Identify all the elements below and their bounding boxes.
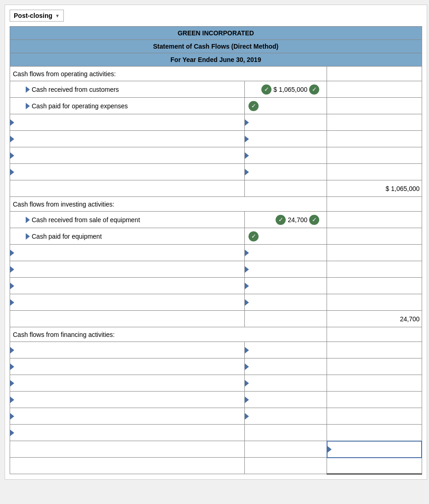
investing-row-1-value[interactable]: ✓ 24,700 ✓ xyxy=(245,212,327,228)
arrow-icon xyxy=(245,152,249,159)
chevron-down-icon: ▼ xyxy=(55,13,60,18)
toolbar: Post-closing ▼ xyxy=(10,10,422,22)
investing-section-header: Cash flows from investing activities: xyxy=(10,197,422,212)
period: For Year Ended June 30, 2019 xyxy=(10,53,422,67)
statement-table: GREEN INCORPORATED Statement of Cash Flo… xyxy=(10,26,422,475)
operating-total-row: $ 1,065,000 xyxy=(10,180,422,197)
investing-row-1-label: Cash received from sale of equipment xyxy=(10,212,245,228)
arrow-icon xyxy=(10,266,14,273)
arrow-icon xyxy=(10,364,14,370)
operating-row-2: Cash paid for operating expenses ✓ xyxy=(10,98,422,114)
arrow-icon xyxy=(10,413,14,420)
arrow-icon xyxy=(245,347,249,353)
financing-section-header: Cash flows from financing activities: xyxy=(10,327,422,342)
check-icon-2: ✓ xyxy=(309,84,319,95)
operating-header-label: Cash flows from operating activities: xyxy=(10,67,327,81)
arrow-icon xyxy=(26,217,30,223)
arrow-icon xyxy=(10,380,14,386)
arrow-icon xyxy=(26,86,30,93)
investing-blank-2 xyxy=(10,261,422,278)
arrow-icon xyxy=(10,152,14,159)
investing-row-2: Cash paid for equipment ✓ xyxy=(10,228,422,245)
operating-row-1-total xyxy=(327,81,422,98)
operating-row-2-value[interactable]: ✓ xyxy=(245,98,327,114)
arrow-icon xyxy=(245,250,249,256)
financing-blank-2 xyxy=(10,358,422,375)
investing-row-1: Cash received from sale of equipment ✓ 2… xyxy=(10,212,422,228)
arrow-icon xyxy=(245,283,249,289)
investing-row-1-total xyxy=(327,212,422,228)
row-label-text: Cash paid for equipment xyxy=(32,233,102,240)
operating-total: $ 1,065,000 xyxy=(327,180,422,197)
value-text: 24,700 xyxy=(288,216,307,224)
row-label-text: Cash received from sale of equipment xyxy=(32,216,140,224)
arrow-icon xyxy=(327,446,332,453)
financing-total-row-1 xyxy=(10,441,422,458)
arrow-icon xyxy=(10,299,14,306)
arrow-icon xyxy=(245,119,249,126)
arrow-icon xyxy=(10,250,14,256)
financing-blank-6 xyxy=(10,425,422,441)
investing-blank-3 xyxy=(10,278,422,294)
dropdown-label: Post-closing xyxy=(14,12,52,19)
operating-blank-1 xyxy=(10,114,422,131)
arrow-icon xyxy=(245,397,249,403)
arrow-icon xyxy=(245,413,249,420)
arrow-icon xyxy=(26,233,30,240)
operating-section-header: Cash flows from operating activities: xyxy=(10,67,422,81)
arrow-icon xyxy=(245,266,249,273)
page-container: Post-closing ▼ GREEN INCORPORATED Statem… xyxy=(5,5,427,480)
header-row-company: GREEN INCORPORATED xyxy=(10,27,422,40)
arrow-icon xyxy=(245,380,249,386)
financing-blank-4 xyxy=(10,392,422,408)
check-icon: ✓ xyxy=(276,215,286,225)
header-row-title: Statement of Cash Flows (Direct Method) xyxy=(10,40,422,53)
arrow-icon xyxy=(10,136,14,142)
financing-blank-5 xyxy=(10,408,422,425)
arrow-icon xyxy=(10,119,14,126)
arrow-icon xyxy=(10,347,14,353)
arrow-icon xyxy=(26,103,30,109)
arrow-icon xyxy=(245,299,249,306)
company-name: GREEN INCORPORATED xyxy=(10,27,422,40)
row-label-text: Cash received from customers xyxy=(32,86,119,93)
investing-blank-1 xyxy=(10,245,422,261)
financing-total-row-2 xyxy=(10,458,422,474)
check-icon-2: ✓ xyxy=(309,215,319,225)
header-row-period: For Year Ended June 30, 2019 xyxy=(10,53,422,67)
operating-blank-2 xyxy=(10,131,422,147)
arrow-icon xyxy=(245,169,249,175)
check-icon: ✓ xyxy=(248,101,259,111)
arrow-icon xyxy=(10,283,14,289)
check-icon-1: ✓ xyxy=(261,84,271,95)
financing-blank-3 xyxy=(10,375,422,392)
operating-row-1-value[interactable]: ✓ $ 1,065,000 ✓ xyxy=(245,81,327,98)
statement-title: Statement of Cash Flows (Direct Method) xyxy=(10,40,422,53)
investing-row-2-value[interactable]: ✓ xyxy=(245,228,327,245)
investing-total-row: 24,700 xyxy=(10,311,422,327)
arrow-icon xyxy=(245,364,249,370)
investing-total: 24,700 xyxy=(327,311,422,327)
row-label-text: Cash paid for operating expenses xyxy=(32,102,128,110)
operating-row-2-label: Cash paid for operating expenses xyxy=(10,98,245,114)
value-text: $ 1,065,000 xyxy=(273,86,307,93)
financing-blank-1 xyxy=(10,342,422,358)
financing-total-input[interactable] xyxy=(327,441,422,458)
operating-row-2-total xyxy=(327,98,422,114)
investing-blank-4 xyxy=(10,294,422,311)
investing-row-2-total xyxy=(327,228,422,245)
post-closing-dropdown[interactable]: Post-closing ▼ xyxy=(10,10,64,22)
arrow-icon xyxy=(245,136,249,142)
investing-header-label: Cash flows from investing activities: xyxy=(10,197,327,212)
check-icon: ✓ xyxy=(248,231,259,241)
investing-row-2-label: Cash paid for equipment xyxy=(10,228,245,245)
operating-blank-3 xyxy=(10,147,422,164)
operating-row-1-label: Cash received from customers xyxy=(10,81,245,98)
arrow-icon xyxy=(10,397,14,403)
operating-row-1: Cash received from customers ✓ $ 1,065,0… xyxy=(10,81,422,98)
financing-header-label: Cash flows from financing activities: xyxy=(10,327,327,342)
operating-blank-4 xyxy=(10,164,422,180)
arrow-icon xyxy=(10,169,14,175)
arrow-icon xyxy=(10,430,14,436)
financing-total-value xyxy=(327,458,422,474)
